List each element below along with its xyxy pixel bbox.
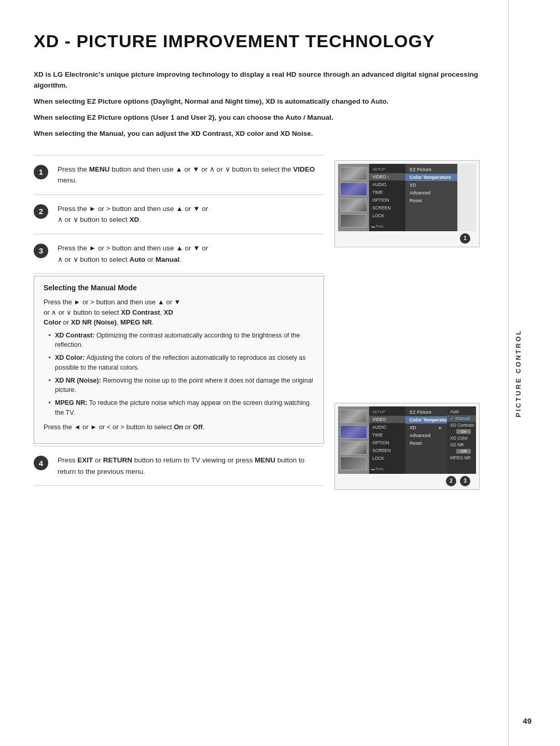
badge-3: 3 [460, 476, 470, 486]
step-1-circle: 1 [34, 165, 48, 179]
xd-option-manual: ✓ Manual [447, 415, 476, 422]
screenshot-1-box: SETUP VIDEO › AUDIO TIME OPTION SCREEN L… [334, 160, 480, 247]
menu-item-video: VIDEO › [369, 173, 405, 180]
badge-1: 1 [460, 233, 470, 244]
menu-item-audio: AUDIO [369, 181, 405, 188]
bullet-list: XD Contrast: Optimizing the contrast aut… [44, 331, 314, 418]
tv-submenu-col-1: EZ Picture Color Temperature XD Advanced… [405, 164, 457, 231]
tv-submenu-col-2a: EZ Picture Color Temperature XD ► Advanc… [405, 406, 447, 474]
steps-column: 1 Press the MENU button and then use ▲ o… [34, 155, 324, 494]
submenu-advanced: Advanced [405, 189, 457, 196]
xd-contrast-val: On [456, 429, 471, 434]
submenu-reset: Reset [405, 197, 457, 204]
xd-contrast-value: On [447, 429, 476, 435]
menu-item-screen: SCREEN [369, 204, 405, 212]
tv-thumbnails-2 [338, 406, 369, 474]
tv-screenshot-2: SETUP VIDEO AUDIO TIME OPTION SCREEN LOC… [338, 406, 476, 474]
content-screenshots-layout: 1 Press the MENU button and then use ▲ o… [34, 155, 480, 494]
tv-thumb2-1 [340, 410, 367, 423]
xd-option-mpeg: MPEG NR 0 [447, 455, 476, 461]
tv-thumb2-4 [340, 457, 367, 470]
intro-paragraph-3: When selecting EZ Picture options (User … [34, 112, 480, 123]
step-2-circle: 2 [34, 204, 48, 219]
intro-paragraph-1: XD is LG Electronic's unique picture imp… [34, 69, 480, 91]
page-title: XD - PICTURE IMPROVEMENT TECHNOLOGY [34, 31, 480, 51]
step-4-text: Press EXIT or RETURN button to return to… [58, 455, 324, 477]
xd-option-color: XD Color On [447, 435, 476, 442]
step-1-text: Press the MENU button and then use ▲ or … [58, 164, 324, 186]
main-content: XD - PICTURE IMPROVEMENT TECHNOLOGY XD i… [0, 0, 508, 746]
tv-thumbnails-1 [338, 164, 369, 231]
badge-row-2: 2 3 [338, 476, 476, 486]
bullet-xd-contrast: XD Contrast: Optimizing the contrast aut… [49, 331, 314, 350]
step-4-circle: 4 [34, 456, 48, 470]
xd-nr-value: Off [447, 448, 476, 455]
xd-option-auto: Auto [447, 409, 476, 415]
badge-row-1: 1 [338, 233, 476, 244]
badge-2: 2 [446, 476, 456, 486]
menu-item-lock: LOCK [369, 212, 405, 219]
step-4-row: 4 Press EXIT or RETURN button to return … [34, 446, 324, 486]
tv-thumb-3 [340, 199, 367, 212]
tv-thumb2-2 [340, 425, 367, 439]
bullet-mpeg-nr: MPEG NR: To reduce the picture noise whi… [49, 398, 314, 418]
xd-nr-val: Off [456, 449, 471, 454]
side-label-text: PICTURE CONTROL [514, 329, 522, 417]
screenshot-2-box: SETUP VIDEO AUDIO TIME OPTION SCREEN LOC… [334, 403, 480, 490]
tv-screenshot-1: SETUP VIDEO › AUDIO TIME OPTION SCREEN L… [338, 164, 476, 231]
manual-mode-box: Selecting the Manual Mode Press the ► or… [34, 276, 324, 444]
tv-menu-col-2: SETUP VIDEO AUDIO TIME OPTION SCREEN LOC… [369, 406, 405, 474]
screenshot-2-inner: SETUP VIDEO AUDIO TIME OPTION SCREEN LOC… [338, 406, 476, 474]
submenu2-advanced: Advanced [405, 432, 447, 439]
side-label: PICTURE CONTROL [508, 0, 528, 746]
menu2-item-screen: SCREEN [369, 447, 405, 454]
tv-thumb-2 [340, 182, 367, 196]
xd-option-nr: XD NR [447, 442, 476, 448]
menu2-item-time: TIME [369, 431, 405, 439]
manual-item-1: Press the ► or > button and then use ▲ o… [44, 297, 314, 418]
menu2-item-audio: AUDIO [369, 424, 405, 431]
tv-xd-options-col: Auto ✓ Manual XD Contrast On [447, 406, 476, 474]
intro-paragraph-2: When selecting EZ Picture options (Dayli… [34, 96, 480, 107]
step-3-row: 3 Press the ► or > button and then use ▲… [34, 234, 324, 274]
tv-thumb-1 [340, 167, 367, 180]
manual-item-2: Press the ◄ or ► or < or > button to sel… [44, 422, 314, 432]
menu-item-setup: SETUP [369, 166, 405, 173]
page-number: 49 [523, 716, 531, 725]
menu-item-time: TIME [369, 189, 405, 196]
step-3-circle: 3 [34, 244, 48, 258]
page-container: XD - PICTURE IMPROVEMENT TECHNOLOGY XD i… [0, 0, 560, 746]
step-2-row: 2 Press the ► or > button and then use ▲… [34, 195, 324, 234]
submenu2-ez: EZ Picture [405, 409, 447, 416]
intro-section: XD is LG Electronic's unique picture imp… [34, 69, 480, 139]
submenu-xd: XD [405, 181, 457, 189]
step-1-row: 1 Press the MENU button and then use ▲ o… [34, 155, 324, 195]
submenu-color-temp: Color Temperature [405, 174, 457, 181]
bullet-xd-nr: XD NR (Noise): Removing the noise up to … [49, 376, 314, 396]
step-3-text: Press the ► or > button and then use ▲ o… [58, 243, 324, 265]
submenu2-xd: XD ► [405, 424, 447, 431]
menu2-item-option: OPTION [369, 439, 405, 446]
menu2-item-setup: SETUP [369, 409, 405, 415]
tv-menu-col-1: SETUP VIDEO › AUDIO TIME OPTION SCREEN L… [369, 164, 405, 231]
submenu2-color-temp: Color Temperature [405, 416, 447, 424]
tv-prev-label-1: ▬ Prev. [369, 223, 405, 229]
submenu2-reset: Reset [405, 440, 447, 447]
tv-prev-label-2: ▬ Prev. [369, 466, 405, 472]
menu-item-option: OPTION [369, 196, 405, 204]
tv-thumb-4 [340, 214, 367, 228]
submenu-ez-picture: EZ Picture [405, 166, 457, 173]
step-2-text: Press the ► or > button and then use ▲ o… [58, 203, 324, 226]
manual-list: Press the ► or > button and then use ▲ o… [44, 297, 314, 432]
bullet-xd-color: XD Color: Adjusting the colors of the re… [49, 353, 314, 373]
tv-thumb2-3 [340, 441, 367, 455]
menu2-item-video: VIDEO [369, 416, 405, 423]
manual-mode-title: Selecting the Manual Mode [44, 284, 314, 292]
intro-paragraph-4: When selecting the Manual, you can adjus… [34, 129, 480, 139]
menu2-item-lock: LOCK [369, 455, 405, 462]
xd-option-contrast: XD Contrast [447, 422, 476, 429]
screenshot-1-inner: SETUP VIDEO › AUDIO TIME OPTION SCREEN L… [338, 164, 476, 231]
screenshots-column: SETUP VIDEO › AUDIO TIME OPTION SCREEN L… [334, 155, 480, 494]
